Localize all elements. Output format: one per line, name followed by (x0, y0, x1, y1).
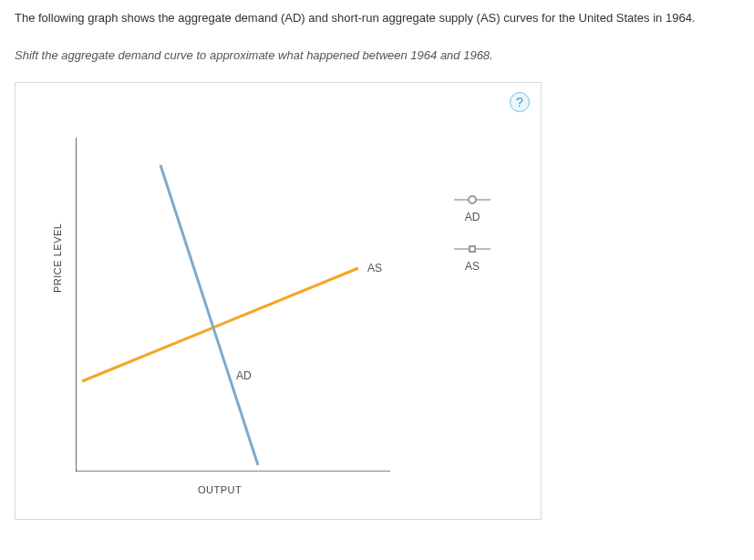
as-handle-icon (454, 244, 491, 254)
legend-label-as: AS (465, 260, 480, 273)
legend-item-as[interactable]: AS (440, 244, 504, 273)
help-button[interactable]: ? (510, 92, 530, 112)
legend-item-ad[interactable]: AD (440, 194, 504, 223)
intro-text: The following graph shows the aggregate … (15, 11, 739, 25)
ad-handle-icon (454, 194, 491, 205)
instruction-text: Shift the aggregate demand curve to appr… (15, 48, 739, 62)
as-curve[interactable] (82, 268, 358, 381)
legend: AD AS (440, 194, 504, 293)
legend-label-ad: AD (465, 211, 480, 223)
y-axis-label: PRICE LEVEL (52, 223, 63, 293)
graph-panel: ? PRICE LEVEL OUTPUT AD AS AD AS (15, 82, 542, 520)
x-axis-label: OUTPUT (198, 484, 242, 495)
chart-svg: AD AS (76, 138, 390, 472)
ad-curve-label: AD (236, 369, 252, 382)
as-curve-label: AS (367, 262, 382, 275)
plot-area[interactable]: AD AS (76, 138, 390, 472)
